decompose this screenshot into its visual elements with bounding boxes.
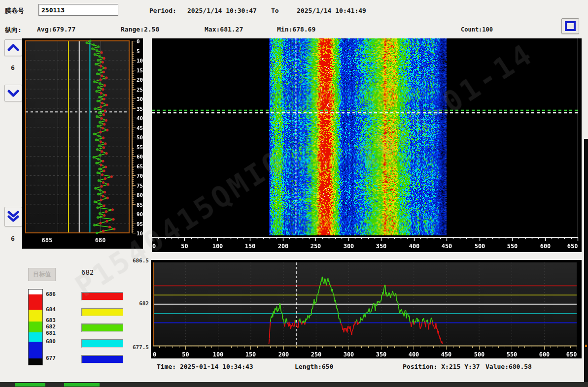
legend-color-bar [81,339,123,348]
status-value: Value:680.58 [485,363,532,370]
color-scale-segment [29,290,42,294]
stat-min: Min:678.69 [277,26,315,33]
stat-max: Max:681.27 [205,26,243,33]
fullscreen-button[interactable] [561,18,579,34]
color-scale-label: 683 [46,317,56,323]
color-scale-label: 681 [46,330,56,336]
period-start: 2025/1/14 10:30:47 [187,7,257,14]
stat-range: Range:2.58 [121,26,159,33]
taskbar-item[interactable] [15,383,45,387]
md-chart-canvas[interactable] [22,38,143,249]
chevron-down-icon [7,89,19,97]
color-scale-segment [29,294,42,310]
channel-number-bottom: 6 [11,235,15,242]
chevron-up-icon [7,43,19,52]
color-scale-segment [29,310,42,322]
legend-color-bar [81,308,123,316]
cd-ymid-label: 682 [129,300,149,307]
status-length: Length:650 [295,363,333,370]
target-value-button[interactable]: 目标值 [28,268,56,281]
app-window: 膜卷号 Period: 2025/1/14 10:30:47 To 2025/1… [0,0,588,387]
channel-number-top: 6 [11,64,15,71]
legend-color-bar [81,292,123,300]
legend-color-bar [81,323,123,332]
status-time: Time: 2025-01-14 10:34:43 [157,363,253,370]
taskbar-sliver[interactable] [0,382,588,387]
color-scale-label: 682 [46,323,56,330]
color-scale-segment [29,358,42,365]
legend-color-bar [81,355,123,363]
chevrons-down-icon [7,210,19,223]
cd-ymax-label: 686.5 [129,258,149,264]
period-label: Period: [149,7,176,14]
scan-down-button[interactable] [4,85,22,101]
right-edge-strip [584,139,588,387]
roll-number-label: 膜卷号 [5,6,24,15]
color-scale-segment [29,322,42,332]
color-scale-segment [29,342,42,358]
color-scale [28,289,43,365]
cd-ymin-label: 677.5 [129,344,149,351]
stat-avg: Avg:679.77 [37,26,75,33]
color-scale-label: 686 [46,291,56,297]
color-scale-label: 677 [46,355,56,361]
stat-count: Count:100 [461,26,493,33]
right-edge-indicator [585,345,587,347]
to-label: To [271,7,279,14]
direction-label: 纵向: [5,26,22,34]
heatmap-canvas[interactable] [152,38,582,252]
target-value: 682 [81,268,94,276]
status-position: Position: X:215 Y:37 [403,363,480,370]
color-scale-label: 680 [46,338,56,345]
cd-chart-canvas[interactable] [151,260,582,358]
roll-number-input[interactable] [38,4,118,16]
scan-bottom-button[interactable] [4,207,22,226]
taskbar-item[interactable] [64,383,100,387]
color-scale-segment [29,332,42,342]
color-scale-label: 684 [46,306,56,313]
scan-up-button[interactable] [4,39,22,56]
period-end: 2025/1/14 10:41:49 [297,7,366,14]
